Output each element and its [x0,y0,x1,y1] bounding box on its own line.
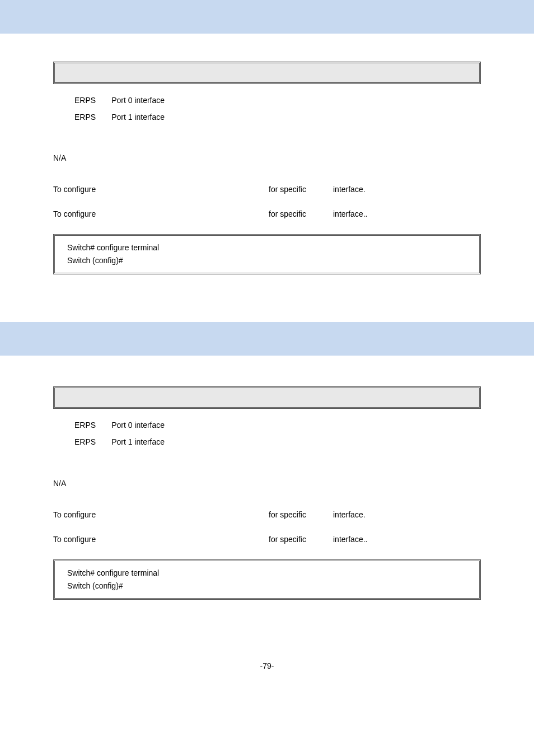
usage-left: To configure [53,535,269,544]
param-line: ERPSPort 1 interface [74,437,481,448]
param-term: ERPS [74,421,96,430]
syntax-box [53,386,481,409]
usage-mid: for specific [269,510,333,519]
usage-line: To configure for specific interface. [53,510,481,519]
usage-line: To configure for specific interface.. [53,209,481,218]
usage-right: interface. [333,185,366,194]
param-desc: Port 1 interface [111,437,165,446]
default-value: N/A [53,153,481,162]
param-line: ERPSPort 1 interface [74,112,481,123]
param-line: ERPSPort 0 interface [74,95,481,106]
usage-mid: for specific [269,209,333,218]
param-term: ERPS [74,96,96,105]
syntax-box [53,62,481,84]
default-value: N/A [53,479,481,488]
usage-right: interface.. [333,209,367,218]
param-desc: Port 1 interface [111,113,165,122]
example-line: Switch# configure terminal [67,567,467,580]
usage-mid: for specific [269,535,333,544]
example-line: Switch (config)# [67,580,467,592]
usage-left: To configure [53,209,269,218]
example-line: Switch# configure terminal [67,241,467,254]
param-term: ERPS [74,113,96,122]
section-band [0,0,534,34]
usage-right: interface.. [333,535,367,544]
section-band [0,322,534,356]
param-desc: Port 0 interface [111,96,165,105]
param-desc: Port 0 interface [111,421,165,430]
example-box: Switch# configure terminal Switch (confi… [53,234,481,274]
usage-line: To configure for specific interface.. [53,535,481,544]
param-line: ERPSPort 0 interface [74,420,481,431]
param-term: ERPS [74,437,96,446]
usage-left: To configure [53,185,269,194]
example-box: Switch# configure terminal Switch (confi… [53,559,481,600]
usage-right: interface. [333,510,366,519]
usage-mid: for specific [269,185,333,194]
example-line: Switch (config)# [67,254,467,267]
usage-left: To configure [53,510,269,519]
page-number: -79- [0,661,534,670]
usage-line: To configure for specific interface. [53,185,481,194]
